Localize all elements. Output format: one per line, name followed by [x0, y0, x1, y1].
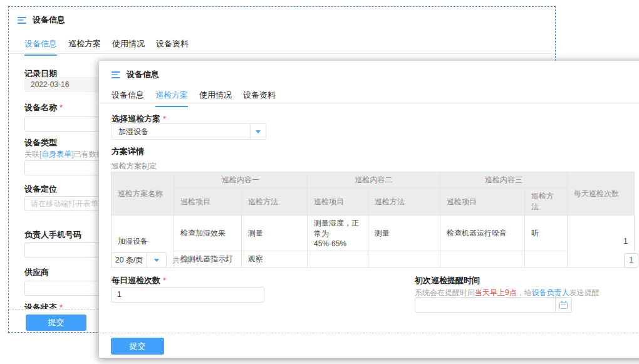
- col-plan-name: 巡检方案名称: [112, 172, 174, 216]
- modal-footer: 提交: [99, 333, 639, 358]
- modal-tab-divider: [99, 103, 639, 103]
- owner-phone-label: 负责人手机号码: [24, 229, 81, 241]
- cell-g2-item: [308, 251, 368, 268]
- tab-inspection-plan[interactable]: 巡检方案: [155, 90, 188, 107]
- inspection-plan-modal: 设备信息 设备信息 巡检方案 使用情况 设备资料 选择巡检方案* 加湿设备 方案…: [99, 61, 639, 358]
- cell-g3-item: 检查机器运行噪音: [440, 216, 525, 251]
- device-name-label: 设备名称*: [24, 102, 63, 113]
- daily-count-field[interactable]: 1: [111, 287, 264, 303]
- submit-button[interactable]: 提交: [111, 338, 164, 355]
- col-g3-item: 巡检项目: [440, 189, 525, 216]
- calendar-icon: [559, 302, 568, 309]
- self-form-link[interactable]: 自身表单: [41, 150, 71, 159]
- cell-g2-item: 测量湿度，正常为45%-65%: [308, 216, 368, 251]
- form-header: 设备信息: [18, 14, 65, 26]
- chevron-down-icon: [154, 259, 159, 262]
- page-size-dropdown-button[interactable]: [147, 252, 167, 268]
- device-location-placeholder: 请在移动端打开表单获: [31, 199, 106, 208]
- screen: 设备信息 设备信息 巡检方案 使用情况 设备资料 记录日期 2022-03-16…: [0, 0, 639, 364]
- calendar-button[interactable]: [556, 297, 572, 313]
- col-group-2: 巡检内容二: [308, 172, 440, 189]
- reminder-time-picker[interactable]: [415, 297, 572, 313]
- cell-g2-method: [368, 251, 440, 268]
- page-size-select[interactable]: 20 条/页: [111, 252, 147, 268]
- tab-divider: [9, 53, 555, 54]
- required-mark: *: [163, 114, 166, 123]
- menu-icon: [112, 71, 120, 78]
- supplier-label: 供应商: [24, 267, 49, 278]
- reminder-time-label: 初次巡检提醒时间: [415, 275, 480, 286]
- modal-title: 设备信息: [127, 69, 159, 80]
- required-mark: *: [60, 103, 63, 112]
- col-g2-method: 巡检方法: [368, 189, 440, 216]
- daily-count-label: 每日巡检次数*: [112, 275, 166, 286]
- col-group-1: 巡检内容一: [174, 172, 308, 189]
- device-location-label: 设备定位: [24, 184, 57, 195]
- chevron-down-icon: [256, 130, 261, 133]
- modal-tab-bar: 设备信息 巡检方案 使用情况 设备资料: [112, 90, 276, 107]
- reminder-time-field[interactable]: [415, 297, 556, 313]
- submit-button[interactable]: 提交: [26, 315, 86, 331]
- reminder-time-highlight: 当天早上9点: [475, 288, 517, 297]
- table-header-row-2: 巡检项目 巡检方法 巡检项目 巡检方法 巡检项目 巡检方法: [112, 189, 635, 216]
- table-row: 加湿设备 检查加湿效果 测量 测量湿度，正常为45%-65% 测量 检查机器运行…: [112, 216, 635, 251]
- tab-device-info[interactable]: 设备信息: [112, 90, 144, 107]
- cell-g3-method: 听: [525, 216, 568, 251]
- col-g1-method: 巡检方法: [242, 189, 308, 216]
- plan-table-label: 巡检方案制定: [112, 161, 157, 172]
- cell-g3-item: [440, 251, 525, 268]
- form-title: 设备信息: [33, 14, 65, 26]
- table-header-row-1: 巡检方案名称 巡检内容一 巡检内容二 巡检内容三 每天巡检次数: [112, 172, 635, 189]
- tab-device-docs[interactable]: 设备资料: [243, 90, 276, 107]
- tab-usage[interactable]: 使用情况: [199, 90, 232, 107]
- pagination-total: 共1条: [172, 255, 192, 266]
- cell-g1-method: 测量: [242, 216, 308, 251]
- menu-icon: [18, 17, 26, 24]
- modal-header: 设备信息: [112, 69, 159, 80]
- required-mark: *: [163, 276, 166, 285]
- plan-select-dropdown-button[interactable]: [251, 123, 266, 140]
- cell-g1-method: 观察: [242, 251, 308, 268]
- cell-g1-item: 检查加湿效果: [174, 216, 242, 251]
- cell-g3-method: [525, 251, 568, 268]
- plan-select-value[interactable]: 加湿设备: [112, 123, 251, 140]
- col-daily-count: 每天巡检次数: [568, 172, 635, 216]
- device-owner-link[interactable]: 设备负责人: [532, 288, 569, 297]
- pagination-page-1-button[interactable]: 1: [624, 253, 638, 268]
- plan-select[interactable]: 加湿设备: [112, 123, 266, 140]
- pagination: 20 条/页 共1条: [111, 252, 192, 268]
- col-g3-method: 巡检方法: [525, 189, 568, 216]
- cell-g2-method: 测量: [368, 216, 440, 251]
- device-type-label: 设备类型: [24, 137, 57, 148]
- col-group-3: 巡检内容三: [440, 172, 568, 189]
- col-g1-item: 巡检项目: [174, 189, 242, 216]
- plan-details-title: 方案详情: [112, 146, 144, 157]
- col-g2-item: 巡检项目: [308, 189, 368, 216]
